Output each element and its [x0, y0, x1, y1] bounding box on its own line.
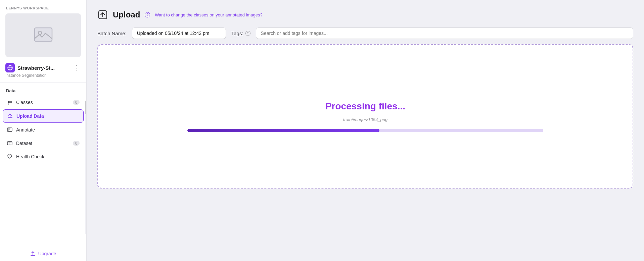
- project-globe-icon: [5, 63, 15, 72]
- sidebar-nav: Classes 0 Upload Data: [0, 96, 86, 246]
- classes-badge: 0: [73, 100, 80, 105]
- svg-rect-0: [35, 28, 52, 41]
- classes-icon: [7, 99, 13, 105]
- dataset-label: Dataset: [16, 141, 70, 146]
- scrollbar-track: [85, 101, 86, 234]
- upgrade-label: Upgrade: [38, 251, 56, 256]
- svg-point-10: [8, 104, 9, 105]
- project-type-label: Instance Segmentation: [0, 73, 86, 83]
- sidebar-item-health-check[interactable]: Health Check: [3, 150, 84, 163]
- batch-tags-row: Batch Name: Tags: ?: [97, 28, 633, 39]
- upload-data-label: Upload Data: [16, 113, 79, 119]
- batch-name-label: Batch Name:: [97, 31, 127, 36]
- processing-file-path: train/images/1054_png: [343, 117, 387, 122]
- page-title: Upload: [113, 10, 140, 19]
- dataset-badge: 0: [73, 141, 80, 146]
- scrollbar-thumb[interactable]: [85, 101, 86, 114]
- upload-icon: [7, 113, 13, 119]
- processing-title: Processing files...: [325, 101, 405, 112]
- svg-point-8: [8, 101, 9, 102]
- svg-point-9: [8, 102, 9, 103]
- sidebar-item-annotate[interactable]: Annotate: [3, 123, 84, 136]
- workspace-label: LENNYS WORKSPACE: [0, 0, 86, 13]
- thumbnail-image-icon: [33, 24, 53, 46]
- project-thumbnail: [5, 13, 81, 57]
- health-check-label: Health Check: [16, 154, 80, 159]
- annotate-label: Annotate: [16, 127, 80, 133]
- upload-page-icon: [97, 9, 108, 20]
- help-link[interactable]: Want to change the classes on your annot…: [155, 12, 262, 17]
- tags-label: Tags: ?: [231, 31, 250, 36]
- health-check-icon: [7, 154, 13, 160]
- project-more-button[interactable]: ⋮: [72, 63, 81, 72]
- main-content: Upload ? Want to change the classes on y…: [87, 0, 644, 261]
- project-info-row: Strawberry-St... ⋮: [0, 61, 86, 73]
- sidebar-item-upload-data[interactable]: Upload Data: [3, 109, 84, 123]
- sidebar-item-dataset[interactable]: Dataset 0: [3, 137, 84, 150]
- sidebar-footer: Upgrade: [0, 246, 86, 261]
- tags-input[interactable]: [256, 28, 633, 39]
- help-icon: ?: [145, 12, 150, 17]
- page-header: Upload ? Want to change the classes on y…: [97, 9, 633, 20]
- data-section-label: Data: [0, 87, 86, 96]
- annotate-icon: [7, 127, 13, 133]
- project-name: Strawberry-St...: [17, 65, 70, 71]
- svg-rect-15: [7, 142, 12, 145]
- upgrade-button[interactable]: Upgrade: [5, 251, 81, 256]
- batch-name-input[interactable]: [132, 28, 226, 39]
- sidebar: LENNYS WORKSPACE Strawberry-St... ⋮ Inst…: [0, 0, 87, 261]
- upload-dropzone[interactable]: Processing files... train/images/1054_pn…: [97, 44, 633, 189]
- tags-help-icon: ?: [245, 31, 250, 36]
- dataset-icon: [7, 140, 13, 146]
- sidebar-item-classes[interactable]: Classes 0: [3, 96, 84, 109]
- progress-bar-container: [187, 129, 543, 132]
- progress-bar-fill: [187, 129, 379, 132]
- sidebar-divider: [0, 83, 86, 83]
- classes-label: Classes: [16, 100, 70, 105]
